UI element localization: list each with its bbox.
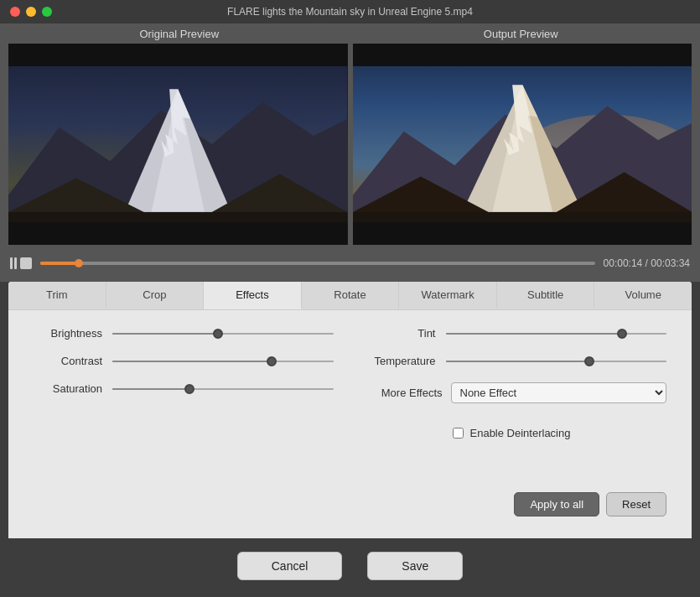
brightness-thumb[interactable] (213, 329, 223, 339)
brightness-label: Brightness (34, 327, 102, 340)
action-row: Apply to all Reset (34, 484, 666, 522)
deinterlace-row: Enable Deinterlacing (453, 427, 667, 439)
temperature-thumb[interactable] (584, 356, 594, 366)
tab-volume[interactable]: Volume (594, 282, 692, 309)
preview-area: Original Preview Output Preview (0, 23, 700, 245)
right-sliders-col: Tint Temperature More Effects (367, 327, 667, 484)
pause-bar-1 (10, 257, 13, 269)
tint-label: Tint (367, 327, 436, 340)
output-preview-label: Output Preview (350, 28, 692, 40)
sliders-grid: Brightness Contrast Saturation (34, 327, 666, 484)
saturation-slider[interactable] (112, 388, 334, 390)
window-title: FLARE lights the Mountain sky in Unreal … (227, 6, 473, 18)
deinterlace-label: Enable Deinterlacing (470, 427, 571, 439)
temperature-label: Temperature (367, 355, 436, 367)
cancel-button[interactable]: Cancel (237, 552, 343, 580)
maximize-button[interactable] (42, 7, 52, 17)
effects-panel: Brightness Contrast Saturation (8, 310, 692, 538)
saturation-row: Saturation (34, 382, 334, 395)
temperature-row: Temperature (367, 355, 667, 367)
progress-fill (40, 262, 79, 265)
saturation-thumb[interactable] (184, 384, 194, 394)
minimize-button[interactable] (26, 7, 36, 17)
progress-track[interactable] (40, 262, 595, 265)
tint-slider[interactable] (446, 333, 667, 335)
preview-labels: Original Preview Output Preview (8, 23, 692, 44)
more-effects-label: More Effects (367, 387, 443, 399)
tint-thumb[interactable] (617, 329, 627, 339)
playback-bar: 00:00:14 / 00:03:34 (0, 245, 700, 282)
apply-to-all-button[interactable]: Apply to all (514, 492, 599, 517)
tab-subtitle[interactable]: Subtitle (497, 282, 595, 309)
original-video-pane (8, 44, 348, 245)
pause-button[interactable] (10, 257, 17, 269)
tab-rotate[interactable]: Rotate (302, 282, 400, 309)
tab-trim[interactable]: Trim (8, 282, 106, 309)
progress-thumb[interactable] (75, 259, 83, 267)
pause-bar-2 (14, 257, 17, 269)
svg-rect-9 (8, 222, 348, 245)
tab-crop[interactable]: Crop (106, 282, 205, 309)
tabs-row: Trim Crop Effects Rotate Watermark Subti… (8, 282, 692, 310)
playback-controls[interactable] (10, 257, 32, 269)
close-button[interactable] (10, 7, 20, 17)
stop-button[interactable] (20, 257, 32, 269)
tint-row: Tint (367, 327, 667, 340)
more-effects-select[interactable]: None Effect Grayscale Sepia Negative Blu… (451, 382, 667, 403)
reset-button[interactable]: Reset (606, 492, 666, 517)
output-video-pane (353, 44, 692, 245)
contrast-slider[interactable] (112, 361, 334, 362)
more-effects-row: More Effects None Effect Grayscale Sepia… (367, 382, 667, 403)
temperature-slider[interactable] (446, 361, 667, 362)
svg-rect-20 (353, 44, 692, 66)
bottom-bar: Cancel Save (0, 538, 700, 597)
main-panel: Trim Crop Effects Rotate Watermark Subti… (8, 282, 692, 538)
original-preview-label: Original Preview (8, 28, 350, 40)
contrast-row: Contrast (34, 355, 334, 367)
svg-rect-8 (8, 44, 348, 66)
tab-effects[interactable]: Effects (204, 282, 302, 309)
deinterlace-checkbox[interactable] (453, 428, 464, 439)
contrast-thumb[interactable] (267, 356, 277, 366)
title-bar: FLARE lights the Mountain sky in Unreal … (0, 0, 700, 23)
save-button[interactable]: Save (367, 552, 463, 580)
brightness-slider[interactable] (112, 333, 334, 335)
brightness-row: Brightness (34, 327, 334, 340)
tab-watermark[interactable]: Watermark (399, 282, 497, 309)
svg-rect-21 (353, 222, 692, 245)
preview-videos (8, 44, 692, 245)
left-sliders-col: Brightness Contrast Saturation (34, 327, 334, 484)
saturation-label: Saturation (34, 382, 102, 395)
time-display: 00:00:14 / 00:03:34 (604, 257, 690, 269)
contrast-label: Contrast (34, 355, 102, 367)
window-controls[interactable] (10, 7, 52, 17)
